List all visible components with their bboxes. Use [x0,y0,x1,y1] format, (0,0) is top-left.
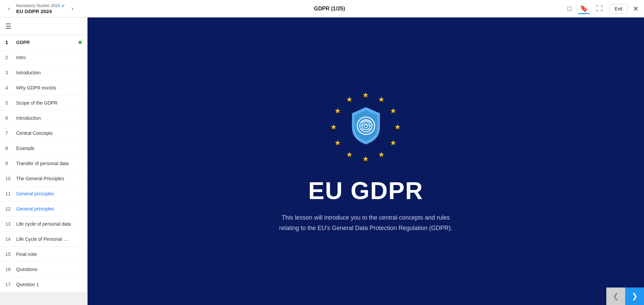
sidebar-item-label-10: General principles [16,191,82,196]
fullscreen-icon[interactable]: ⛶ [595,3,604,14]
shield-icon [347,106,384,147]
next-button[interactable]: ❯ [625,288,644,305]
sidebar-item-num-9: 10 [5,176,13,181]
sidebar-item-8[interactable]: 9Transfer of personal data [0,156,87,171]
sidebar-item-num-7: 8 [5,146,13,151]
sidebar-item-num-15: 16 [5,267,13,272]
sidebar-item-6[interactable]: 7Central Concepts [0,126,87,141]
sidebar-item-dot-0 [78,41,82,44]
sidebar-item-label-0: GDPR [16,40,75,45]
sidebar-item-3[interactable]: 4Why GDPR excists [0,80,87,96]
sidebar-item-num-16: 17 [5,282,13,287]
star-3: ★ [394,123,401,131]
sidebar-item-num-8: 9 [5,161,13,166]
sidebar-item-num-0: 1 [5,40,13,45]
star-1: ★ [378,95,385,104]
sidebar-item-15[interactable]: 16Questions [0,262,87,277]
main-title: EU GDPR [308,177,423,204]
sidebar-item-label-14: Final note [16,252,82,257]
sidebar-item-10[interactable]: 11General principles [0,186,87,201]
sidebar-item-label-8: Transfer of personal data [16,161,82,166]
star-10: ★ [334,107,341,115]
hamburger-icon[interactable]: ☰ [5,22,11,30]
sidebar-item-label-11: General principles [16,206,82,212]
star-0: ★ [362,91,369,100]
course-info: Mandatory Studies 2024 ✔ EU GDPR 2024 [16,3,65,14]
sidebar-item-label-16: Question 1 [16,282,82,287]
bottom-nav: ❮ ❯ [606,288,644,305]
star-8: ★ [334,139,341,147]
sidebar-item-num-4: 5 [5,100,13,106]
sidebar-item-num-5: 6 [5,115,13,121]
sidebar-item-13[interactable]: 14Life Cycle of Personal … [0,232,87,247]
sidebar-item-0[interactable]: 1GDPR [0,35,87,50]
sidebar-item-1[interactable]: 2Intro [0,50,87,65]
top-bar-left: ‹ Mandatory Studies 2024 ✔ EU GDPR 2024 … [5,3,93,14]
sidebar-items: 1GDPR2Intro3Introduction4Why GDPR excist… [0,35,87,292]
sidebar-item-num-1: 2 [5,55,13,60]
nav-prev-arrow[interactable]: ‹ [5,4,13,13]
content-area: ★★★★★★★★★★★★ [88,17,644,305]
main-description: This lesson will introduce you to the ce… [278,213,453,233]
sidebar-item-num-14: 15 [5,252,13,257]
sidebar-item-label-13: Life Cycle of Personal … [16,236,82,242]
top-bar: ‹ Mandatory Studies 2024 ✔ EU GDPR 2024 … [0,0,644,17]
bookmark-icon[interactable]: 🔖 [578,3,589,14]
sidebar-item-7[interactable]: 8Example [0,141,87,156]
sidebar-item-5[interactable]: 6Introduction [0,111,87,126]
note-icon[interactable]: □ [566,3,573,14]
sidebar-item-num-10: 11 [5,191,13,196]
sidebar: 1GDPR2Intro3Introduction4Why GDPR excist… [0,35,88,292]
sidebar-item-label-6: Central Concepts [16,130,82,136]
sidebar-item-label-7: Example [16,146,82,151]
main-layout: ☰ 1GDPR2Intro3Introduction4Why GDPR exci… [0,17,644,305]
eu-emblem: ★★★★★★★★★★★★ [329,89,403,163]
sidebar-item-label-15: Questions [16,267,82,272]
sidebar-item-num-11: 12 [5,206,13,212]
sidebar-item-9[interactable]: 10The General Principles [0,171,87,186]
star-2: ★ [390,107,397,115]
sidebar-item-num-13: 14 [5,236,13,242]
sidebar-item-label-1: Intro [16,55,82,60]
star-5: ★ [378,150,385,159]
top-bar-right: □ 🔖 ⛶ Exit ✕ [566,3,639,14]
sidebar-item-label-4: Scope of the GDPR [16,100,82,106]
star-7: ★ [346,150,353,159]
close-icon[interactable]: ✕ [633,5,639,13]
sidebar-item-label-12: Life cycle of personal data [16,221,82,227]
course-parent: Mandatory Studies 2024 ✔ [16,3,65,8]
sidebar-panel: ☰ 1GDPR2Intro3Introduction4Why GDPR exci… [0,17,88,305]
sidebar-item-4[interactable]: 5Scope of the GDPR [0,96,87,111]
sidebar-item-label-9: The General Principles [16,176,82,181]
star-11: ★ [346,95,353,104]
nav-next-arrow[interactable]: › [69,4,76,13]
sidebar-item-num-3: 4 [5,85,13,90]
sidebar-item-16[interactable]: 17Question 1 [0,277,87,292]
sidebar-item-label-5: Introduction [16,115,82,121]
star-9: ★ [330,123,337,131]
slide-info: GDPR (1/25) [93,6,566,12]
star-6: ★ [362,155,369,163]
sidebar-item-label-3: Why GDPR excists [16,85,82,90]
sidebar-item-12[interactable]: 13Life cycle of personal data [0,217,87,232]
course-title: EU GDPR 2024 [16,8,65,14]
exit-button[interactable]: Exit [610,4,628,13]
sidebar-header: ☰ [0,17,88,35]
star-4: ★ [390,139,397,147]
sidebar-item-num-12: 13 [5,221,13,227]
check-icon: ✔ [61,3,65,8]
prev-button[interactable]: ❮ [606,288,625,305]
sidebar-item-num-2: 3 [5,70,13,75]
sidebar-item-label-2: Introduction [16,70,82,75]
sidebar-item-num-6: 7 [5,130,13,136]
sidebar-item-11[interactable]: 12General principles [0,201,87,217]
sidebar-item-14[interactable]: 15Final note [0,247,87,262]
sidebar-item-2[interactable]: 3Introduction [0,65,87,80]
